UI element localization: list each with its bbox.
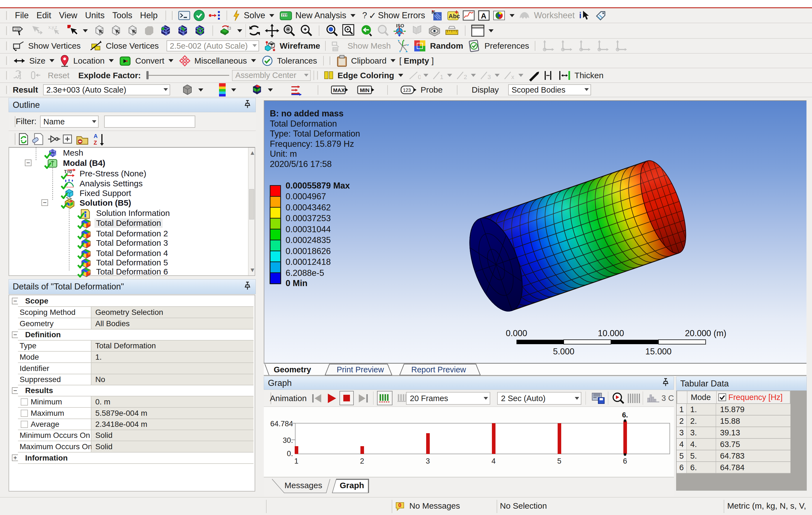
svg-text:Abc: Abc <box>448 13 460 20</box>
svg-text:123: 123 <box>403 88 411 93</box>
svg-text:1: 1 <box>294 457 298 465</box>
svg-text:4: 4 <box>491 457 495 465</box>
svg-text:0: 0 <box>398 502 401 508</box>
svg-text:0.: 0. <box>287 450 293 458</box>
svg-text:2: 2 <box>464 74 467 80</box>
svg-text:10.000: 10.000 <box>598 328 624 338</box>
svg-text:0 Min: 0 Min <box>286 278 308 288</box>
svg-text:777: 777 <box>282 13 287 17</box>
svg-text:MIN: MIN <box>360 87 370 93</box>
svg-text:0.00012418: 0.00012418 <box>286 257 331 267</box>
svg-text:0: 0 <box>418 74 420 80</box>
svg-text:A: A <box>481 11 486 20</box>
svg-text:A: A <box>94 133 97 139</box>
svg-text:5.000: 5.000 <box>553 347 575 356</box>
svg-text:0.00031044: 0.00031044 <box>286 224 331 234</box>
svg-text:0.000: 0.000 <box>506 328 527 338</box>
svg-text:Z: Z <box>94 140 97 146</box>
svg-text:0.00018626: 0.00018626 <box>286 246 331 256</box>
svg-text:0.0004967: 0.0004967 <box>286 192 326 201</box>
svg-text:2: 2 <box>360 457 364 465</box>
svg-text:1: 1 <box>440 74 443 80</box>
svg-text:3: 3 <box>426 457 430 465</box>
svg-text:x,y,z: x,y,z <box>48 25 57 30</box>
svg-text:0.00024835: 0.00024835 <box>286 235 331 245</box>
svg-text:64.784: 64.784 <box>270 419 293 428</box>
svg-text:5: 5 <box>557 457 561 465</box>
svg-text:0.00043462: 0.00043462 <box>286 202 331 212</box>
svg-text:6.: 6. <box>622 411 628 419</box>
svg-text:6.2088e-5: 6.2088e-5 <box>286 268 324 278</box>
svg-text:100: 100 <box>14 27 20 31</box>
svg-text:15.000: 15.000 <box>645 347 672 356</box>
svg-text:6: 6 <box>623 457 627 465</box>
svg-text:0.00037253: 0.00037253 <box>286 213 331 223</box>
svg-text:20.000 (m): 20.000 (m) <box>685 328 726 338</box>
svg-text:MAX: MAX <box>333 87 345 93</box>
svg-text:ISO: ISO <box>396 24 404 28</box>
svg-text:x: x <box>511 74 514 80</box>
svg-text:3: 3 <box>488 74 491 80</box>
svg-text:0.00055879 Max: 0.00055879 Max <box>286 181 350 190</box>
svg-text:30.: 30. <box>283 436 293 444</box>
